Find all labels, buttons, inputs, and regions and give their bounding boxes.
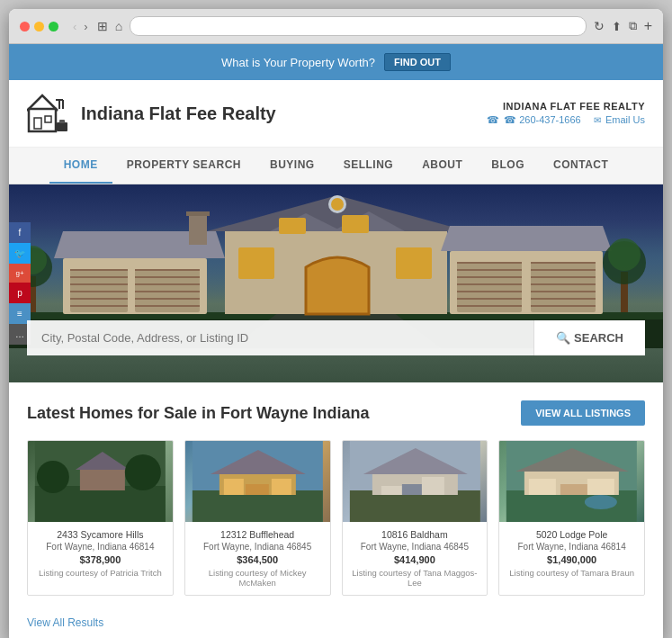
phone-icon: ☎	[487, 114, 499, 125]
hero-search-bar: 🔍 SEARCH	[27, 320, 645, 355]
prop-city-2: Fort Wayne, Indiana 46845	[193, 542, 323, 552]
tab-view-button[interactable]: ⊞	[97, 19, 108, 33]
social-facebook[interactable]: f	[9, 222, 31, 243]
svg-rect-17	[70, 291, 128, 292]
prop-price-2: $364,500	[193, 554, 323, 565]
address-bar[interactable]	[130, 16, 587, 36]
view-all-button[interactable]: VIEW ALL LISTINGS	[521, 400, 645, 426]
svg-rect-62	[186, 211, 210, 216]
property-info-4: 5020 Lodge Pole Fort Wayne, Indiana 4681…	[499, 522, 644, 585]
browser-chrome: ‹ › ⊞ ⌂ ↻ ⬆ ⧉ +	[9, 9, 663, 44]
svg-point-89	[585, 495, 617, 509]
property-image-4	[499, 441, 644, 522]
nav-home[interactable]: HOME	[49, 148, 112, 184]
svg-rect-32	[279, 218, 306, 234]
prop-courtesy-3: Listing courtesy of Tana Maggos-Lee	[350, 568, 480, 588]
svg-rect-42	[457, 276, 522, 278]
svg-rect-40	[457, 262, 522, 264]
logo-text: Indiana Flat Fee Realty	[81, 103, 276, 124]
svg-rect-41	[457, 269, 522, 271]
svg-rect-21	[135, 269, 200, 271]
find-out-button[interactable]: FIND OUT	[384, 53, 451, 71]
nav-about[interactable]: ABOUT	[408, 148, 477, 184]
reload-button[interactable]: ↻	[594, 19, 605, 33]
forward-button[interactable]: ›	[82, 20, 89, 33]
search-input[interactable]	[27, 320, 533, 355]
property-image-3	[343, 441, 488, 522]
social-pinterest[interactable]: p	[9, 283, 31, 303]
dot-close[interactable]	[20, 22, 30, 31]
svg-rect-2	[45, 116, 51, 122]
nav-buying[interactable]: BUYING	[255, 148, 329, 184]
social-twitter[interactable]: 🐦	[9, 243, 31, 264]
svg-rect-29	[238, 247, 274, 279]
svg-rect-6	[57, 122, 67, 131]
property-grid: 2433 Sycamore Hills Fort Wayne, Indiana …	[27, 440, 645, 596]
prop-price-3: $414,900	[350, 554, 480, 565]
property-card-1[interactable]: 2433 Sycamore Hills Fort Wayne, Indiana …	[27, 440, 174, 596]
svg-rect-22	[135, 276, 200, 278]
svg-rect-81	[421, 477, 444, 495]
svg-rect-49	[531, 269, 596, 271]
view-all-results-link[interactable]: View All Results	[27, 616, 103, 629]
nav-selling[interactable]: SELLING	[329, 148, 408, 184]
svg-rect-14	[70, 269, 128, 271]
property-info-1: 2433 Sycamore Hills Fort Wayne, Indiana …	[28, 522, 173, 585]
prop-courtesy-2: Listing courtesy of Mickey McMaken	[193, 568, 323, 588]
svg-rect-18	[70, 298, 128, 300]
prop-address-2: 12312 Bufflehead	[193, 529, 323, 540]
site-header: Indiana Flat Fee Realty INDIANA FLAT FEE…	[9, 80, 663, 148]
social-googleplus[interactable]: g+	[9, 264, 31, 283]
prop-img-svg-1	[28, 441, 173, 522]
property-card-3[interactable]: 10816 Baldham Fort Wayne, Indiana 46845 …	[342, 440, 488, 596]
svg-rect-15	[70, 276, 128, 278]
property-info-2: 12312 Bufflehead Fort Wayne, Indiana 468…	[185, 522, 330, 595]
svg-rect-25	[135, 298, 200, 300]
nav-blog[interactable]: BLOG	[477, 148, 539, 184]
hero-section: f 🐦 g+ p ≡ … 🔍 SEARCH	[9, 184, 663, 382]
svg-rect-48	[531, 262, 596, 264]
svg-rect-16	[70, 283, 128, 285]
top-banner: What is Your Property Worth? FIND OUT	[9, 44, 663, 80]
svg-rect-88	[587, 479, 614, 495]
browser-arrows: ‹ ›	[71, 20, 90, 33]
svg-rect-51	[531, 283, 596, 285]
svg-rect-84	[506, 490, 637, 522]
dot-fullscreen[interactable]	[49, 22, 58, 31]
svg-rect-23	[135, 283, 200, 285]
svg-rect-46	[457, 305, 522, 307]
email-link[interactable]: Email Us	[605, 114, 645, 125]
property-card-2[interactable]: 12312 Bufflehead Fort Wayne, Indiana 468…	[184, 440, 331, 596]
share-button[interactable]: ⬆	[612, 20, 622, 33]
window-button[interactable]: ⧉	[629, 19, 637, 33]
svg-rect-74	[272, 479, 291, 495]
svg-rect-82	[401, 484, 421, 495]
svg-rect-30	[396, 247, 432, 279]
browser-dots	[20, 22, 58, 31]
svg-rect-43	[457, 283, 522, 285]
search-button[interactable]: 🔍 SEARCH	[533, 320, 645, 355]
svg-marker-38	[441, 226, 612, 251]
home-button[interactable]: ⌂	[115, 19, 122, 33]
svg-rect-34	[342, 215, 369, 233]
svg-rect-73	[224, 479, 244, 495]
svg-rect-70	[193, 490, 323, 522]
new-tab-button[interactable]: +	[644, 18, 652, 34]
back-button[interactable]: ‹	[71, 20, 78, 33]
nav-property-search[interactable]: PROPERTY SEARCH	[112, 148, 255, 184]
svg-rect-52	[531, 291, 596, 292]
svg-point-36	[331, 198, 344, 211]
svg-rect-90	[560, 484, 587, 495]
search-icon: 🔍	[556, 331, 570, 345]
banner-text: What is Your Property Worth?	[221, 56, 375, 69]
header-contact: INDIANA FLAT FEE REALTY ☎ ☎ 260-437-1666…	[487, 101, 645, 126]
prop-img-svg-2	[185, 441, 330, 522]
svg-rect-7	[59, 120, 65, 123]
svg-rect-45	[457, 298, 522, 300]
dot-minimize[interactable]	[34, 22, 44, 31]
property-card-4[interactable]: 5020 Lodge Pole Fort Wayne, Indiana 4681…	[498, 440, 645, 596]
svg-rect-77	[349, 490, 479, 522]
phone-number: ☎ ☎ 260-437-1666 ✉ Email Us	[487, 114, 645, 126]
nav-contact[interactable]: CONTACT	[539, 148, 623, 184]
prop-city-3: Fort Wayne, Indiana 46845	[350, 542, 480, 552]
